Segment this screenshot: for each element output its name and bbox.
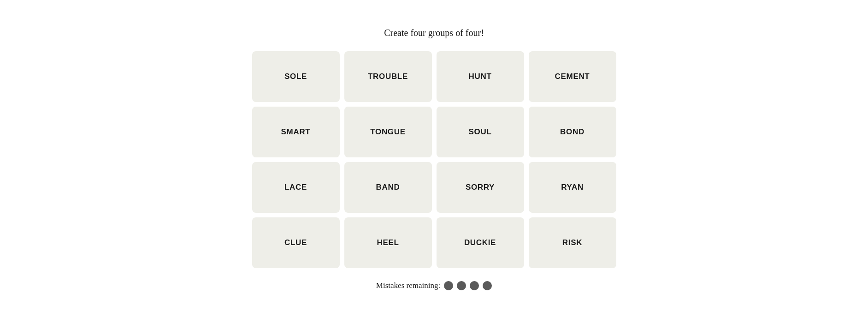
tile-label-ryan: RYAN	[561, 183, 584, 192]
page-container: Create four groups of four! SOLETROUBLEH…	[252, 14, 616, 304]
tile-clue[interactable]: CLUE	[252, 217, 340, 268]
tile-label-tongue: TONGUE	[370, 127, 406, 137]
tile-ryan[interactable]: RYAN	[529, 162, 616, 213]
mistake-dot-2	[457, 281, 466, 290]
mistakes-label: Mistakes remaining:	[376, 281, 440, 290]
tile-trouble[interactable]: TROUBLE	[344, 51, 432, 102]
tile-cement[interactable]: CEMENT	[529, 51, 616, 102]
tile-risk[interactable]: RISK	[529, 217, 616, 268]
tile-label-heel: HEEL	[377, 238, 399, 247]
subtitle: Create four groups of four!	[384, 28, 484, 38]
mistakes-row: Mistakes remaining:	[376, 281, 492, 290]
mistake-dot-1	[444, 281, 453, 290]
mistake-dot-4	[483, 281, 492, 290]
mistake-dot-3	[470, 281, 479, 290]
tile-duckie[interactable]: DUCKIE	[437, 217, 524, 268]
tile-label-duckie: DUCKIE	[464, 238, 496, 247]
tile-label-lace: LACE	[284, 183, 307, 192]
tile-label-sole: SOLE	[284, 72, 307, 81]
tile-heel[interactable]: HEEL	[344, 217, 432, 268]
tile-tongue[interactable]: TONGUE	[344, 107, 432, 157]
tile-label-sorry: SORRY	[466, 183, 495, 192]
tile-sorry[interactable]: SORRY	[437, 162, 524, 213]
tile-grid: SOLETROUBLEHUNTCEMENTSMARTTONGUESOULBOND…	[252, 51, 616, 268]
tile-label-clue: CLUE	[284, 238, 307, 247]
tile-hunt[interactable]: HUNT	[437, 51, 524, 102]
tile-lace[interactable]: LACE	[252, 162, 340, 213]
tile-sole[interactable]: SOLE	[252, 51, 340, 102]
tile-label-trouble: TROUBLE	[368, 72, 408, 81]
tile-label-smart: SMART	[281, 127, 311, 137]
tile-label-risk: RISK	[562, 238, 582, 247]
tile-bond[interactable]: BOND	[529, 107, 616, 157]
tile-band[interactable]: BAND	[344, 162, 432, 213]
tile-smart[interactable]: SMART	[252, 107, 340, 157]
tile-soul[interactable]: SOUL	[437, 107, 524, 157]
tile-label-bond: BOND	[560, 127, 585, 137]
tile-label-hunt: HUNT	[469, 72, 492, 81]
tile-label-band: BAND	[376, 183, 400, 192]
tile-label-cement: CEMENT	[555, 72, 590, 81]
tile-label-soul: SOUL	[469, 127, 492, 137]
